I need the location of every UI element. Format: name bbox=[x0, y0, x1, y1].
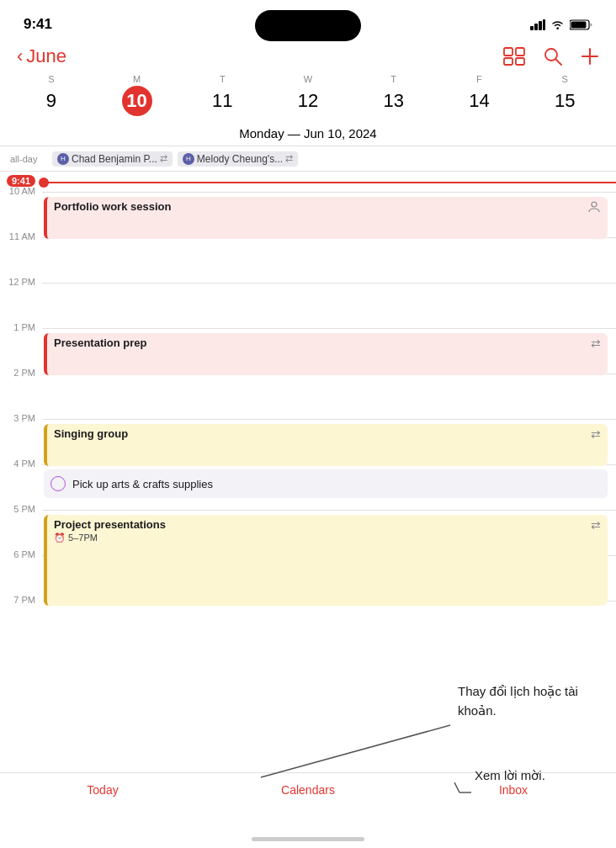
header-left[interactable]: ‹ June bbox=[17, 45, 66, 67]
wifi-icon bbox=[550, 19, 565, 30]
add-event-icon[interactable] bbox=[581, 47, 599, 66]
day-num-9[interactable]: 9 bbox=[36, 86, 66, 116]
tab-today[interactable]: Today bbox=[0, 783, 205, 797]
timeline-scroll: 9:41 10 AM 11 AM 12 PM 1 PM 2 PM 3 PM 4 … bbox=[0, 172, 616, 668]
all-day-event-chad[interactable]: H Chad Benjamin P... ⇄ bbox=[52, 151, 173, 167]
all-day-event-icon-chad: H bbox=[57, 153, 69, 165]
event-portfolio-icon bbox=[587, 200, 601, 216]
task-text: Pick up arts & crafts supplies bbox=[72, 478, 213, 490]
current-time-line bbox=[42, 182, 616, 183]
sync-icon-chad: ⇄ bbox=[160, 153, 167, 164]
event-portfolio[interactable]: Portfolio work session bbox=[44, 197, 608, 239]
tab-today-label[interactable]: Today bbox=[87, 783, 118, 797]
event-project-subtitle: ⏰ 5–7PM bbox=[54, 533, 601, 543]
svg-rect-7 bbox=[504, 48, 512, 56]
event-singing-group-sync-icon: ⇄ bbox=[591, 427, 601, 441]
all-day-label: all-day bbox=[10, 154, 45, 164]
search-icon[interactable] bbox=[544, 47, 562, 66]
task-circle-icon bbox=[50, 476, 66, 491]
week-day-sat[interactable]: S 15 bbox=[522, 74, 608, 116]
time-label-3pm: 3 PM bbox=[0, 414, 42, 423]
svg-rect-6 bbox=[571, 21, 587, 28]
time-label-7pm: 7 PM bbox=[0, 596, 42, 605]
callout-text-inbox: Xem lời mời. bbox=[475, 766, 609, 786]
svg-rect-3 bbox=[543, 19, 545, 30]
day-num-15[interactable]: 15 bbox=[550, 86, 580, 116]
tab-calendars[interactable]: Calendars bbox=[205, 783, 411, 797]
timeslot-7pm: 7 PM bbox=[0, 601, 616, 646]
back-arrow-icon[interactable]: ‹ bbox=[17, 45, 23, 67]
time-line-7pm bbox=[42, 601, 616, 646]
svg-rect-8 bbox=[516, 48, 524, 56]
timeslot-11am: 11 AM bbox=[0, 237, 616, 283]
tab-inbox-label[interactable]: Inbox bbox=[499, 783, 528, 797]
all-day-event-label-melody: Melody Cheung's... bbox=[197, 153, 283, 165]
week-day-wed[interactable]: W 12 bbox=[265, 74, 351, 116]
status-icons bbox=[530, 19, 592, 30]
week-day-fri[interactable]: F 14 bbox=[437, 74, 523, 116]
event-presentation-prep-sync-icon: ⇄ bbox=[591, 337, 601, 350]
day-num-10-today[interactable]: 10 bbox=[122, 86, 152, 116]
day-num-14[interactable]: 14 bbox=[464, 86, 494, 116]
day-num-12[interactable]: 12 bbox=[293, 86, 323, 116]
svg-rect-9 bbox=[504, 58, 512, 65]
time-label-5pm: 5 PM bbox=[0, 505, 42, 514]
svg-rect-1 bbox=[534, 24, 538, 30]
all-day-event-icon-melody: H bbox=[183, 153, 194, 165]
event-project-title: Project presentations bbox=[54, 518, 166, 531]
svg-rect-10 bbox=[516, 58, 524, 65]
timeslot-2pm: 2 PM bbox=[0, 374, 616, 419]
day-letter-sun: S bbox=[48, 74, 54, 84]
tab-calendars-label[interactable]: Calendars bbox=[281, 783, 335, 797]
event-project-presentations[interactable]: Project presentations ⏰ 5–7PM ⇄ bbox=[44, 515, 608, 606]
svg-point-15 bbox=[592, 202, 597, 207]
time-line-11am bbox=[42, 237, 616, 283]
status-time: 9:41 bbox=[24, 16, 52, 33]
event-presentation-prep-title: Presentation prep bbox=[54, 337, 147, 349]
time-label-4pm: 4 PM bbox=[0, 459, 42, 469]
tab-inbox[interactable]: Inbox bbox=[411, 783, 616, 797]
signal-icon bbox=[530, 19, 545, 30]
event-singing-group-title: Singing group bbox=[54, 427, 128, 440]
day-letter-wed: W bbox=[304, 74, 312, 84]
time-label-6pm: 6 PM bbox=[0, 550, 42, 559]
week-day-tue[interactable]: T 11 bbox=[179, 74, 265, 116]
day-letter-sat: S bbox=[561, 74, 567, 84]
timeslot-12pm: 12 PM bbox=[0, 283, 616, 328]
header: ‹ June bbox=[0, 42, 616, 74]
svg-line-16 bbox=[261, 725, 450, 777]
time-line-2pm bbox=[42, 374, 616, 419]
day-num-13[interactable]: 13 bbox=[379, 86, 409, 116]
sync-icon-melody: ⇄ bbox=[285, 153, 293, 164]
day-letter-mon: M bbox=[133, 74, 141, 84]
battery-icon bbox=[570, 19, 592, 30]
header-icons bbox=[503, 47, 599, 66]
week-day-sun[interactable]: S 9 bbox=[8, 74, 94, 116]
week-day-thu[interactable]: T 13 bbox=[351, 74, 437, 116]
current-time-dot bbox=[39, 178, 49, 188]
event-project-sync-icon: ⇄ bbox=[591, 518, 601, 532]
svg-rect-0 bbox=[530, 26, 534, 30]
event-portfolio-title: Portfolio work session bbox=[54, 200, 171, 213]
week-day-mon[interactable]: M 10 bbox=[94, 74, 180, 116]
time-label-2pm: 2 PM bbox=[0, 368, 42, 378]
all-day-events: H Chad Benjamin P... ⇄ H Melody Cheung's… bbox=[52, 151, 298, 167]
current-time-badge: 9:41 bbox=[7, 175, 35, 187]
all-day-row: all-day H Chad Benjamin P... ⇄ H Melody … bbox=[0, 146, 616, 172]
current-time-indicator: 9:41 bbox=[0, 172, 616, 192]
time-line-12pm bbox=[42, 283, 616, 328]
all-day-event-melody[interactable]: H Melody Cheung's... ⇄ bbox=[178, 151, 298, 167]
all-day-event-label-chad: Chad Benjamin P... bbox=[72, 153, 157, 165]
home-indicator bbox=[252, 837, 364, 841]
task-arts-crafts[interactable]: Pick up arts & crafts supplies bbox=[44, 469, 608, 498]
day-letter-thu: T bbox=[390, 74, 396, 84]
calendar-view-icon[interactable] bbox=[503, 47, 525, 66]
header-month[interactable]: June bbox=[26, 45, 66, 67]
svg-rect-2 bbox=[539, 21, 542, 30]
day-letter-fri: F bbox=[476, 74, 482, 84]
svg-point-4 bbox=[556, 27, 558, 29]
event-presentation-prep[interactable]: Presentation prep ⇄ bbox=[44, 333, 608, 375]
day-num-11[interactable]: 11 bbox=[207, 86, 237, 116]
event-singing-group[interactable]: Singing group ⇄ bbox=[44, 424, 608, 466]
date-header: Monday — Jun 10, 2024 bbox=[0, 119, 616, 146]
